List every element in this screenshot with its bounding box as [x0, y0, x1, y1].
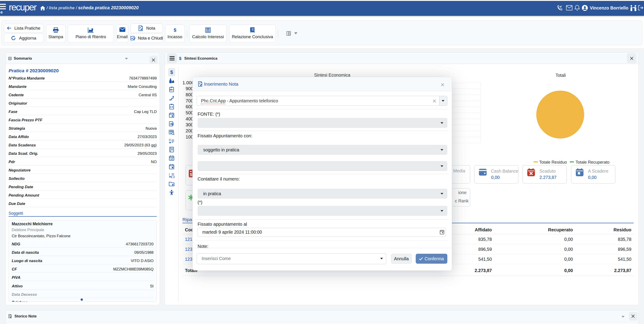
- svg-text:A: A: [170, 122, 172, 126]
- svg-text:$: $: [170, 70, 173, 75]
- svg-text:$: $: [190, 172, 192, 177]
- svg-text:$: $: [174, 27, 176, 33]
- svg-text:M+: M+: [170, 88, 174, 91]
- svg-text:12: 12: [170, 157, 173, 160]
